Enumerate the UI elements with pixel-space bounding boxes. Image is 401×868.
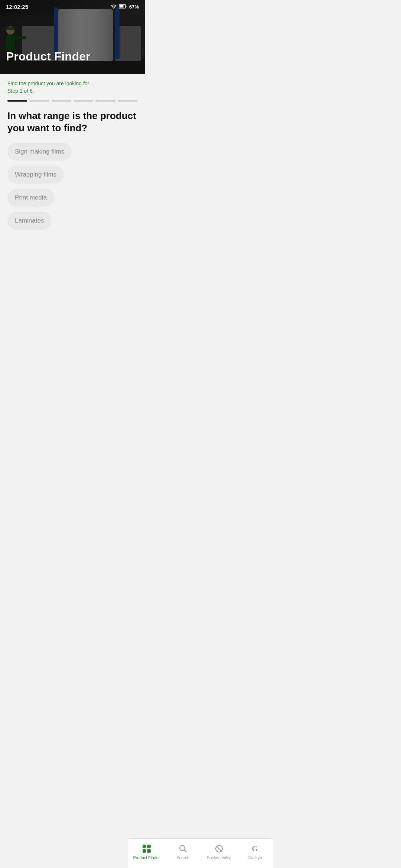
- wifi-icon: [111, 4, 117, 10]
- option-laminates[interactable]: Laminates: [7, 212, 51, 230]
- progress-bar: [7, 100, 137, 102]
- option-sign-making-films[interactable]: Sign making films: [7, 143, 72, 161]
- progress-step-4: [74, 100, 93, 102]
- progress-step-5: [95, 100, 115, 102]
- option-print-media[interactable]: Print media: [7, 189, 54, 207]
- status-icons: 67%: [111, 4, 139, 10]
- main-content: Find the product you are looking for. St…: [0, 74, 145, 269]
- step-info-line1: Find the product you are looking for.: [7, 80, 137, 88]
- option-wrapping-films[interactable]: Wrapping films: [7, 166, 64, 184]
- step-info: Find the product you are looking for. St…: [7, 80, 137, 95]
- battery-percent: 67%: [129, 4, 139, 10]
- progress-step-6: [118, 100, 137, 102]
- progress-step-2: [29, 100, 49, 102]
- battery-icon: [119, 4, 127, 10]
- step-info-line2: Step 1 of 6.: [7, 88, 137, 95]
- options-list: Sign making films Wrapping films Print m…: [7, 143, 137, 230]
- svg-point-0: [113, 8, 114, 9]
- status-bar: 12:02:25 67%: [0, 0, 145, 13]
- svg-rect-2: [119, 5, 123, 7]
- progress-step-3: [52, 100, 71, 102]
- question-text: In what range is the product you want to…: [7, 110, 137, 134]
- hero-title: Product Finder: [6, 50, 91, 63]
- progress-step-1: [7, 100, 27, 102]
- status-time: 12:02:25: [6, 4, 28, 10]
